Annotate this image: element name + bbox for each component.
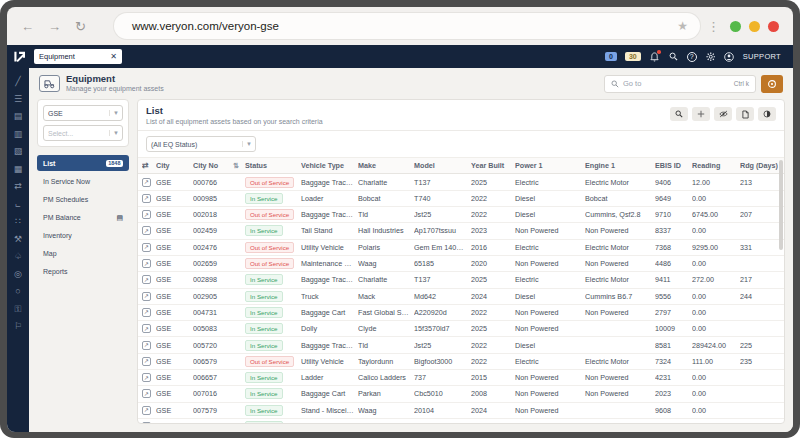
table-row[interactable]: ↗GSE006657In ServiceLadderCalico Ladders…: [138, 370, 784, 386]
table-row[interactable]: ↗GSE008011In ServiceTowbarHall Industrie…: [138, 419, 784, 423]
column-header-year_built[interactable]: Year Built: [471, 161, 515, 170]
table-row[interactable]: ↗GSE002898In ServiceBaggage TractorCharl…: [138, 272, 784, 288]
external-link-icon[interactable]: ↗: [142, 178, 151, 187]
badge-icon[interactable]: ▥: [14, 130, 23, 139]
contrast-button[interactable]: [758, 107, 776, 121]
help-icon[interactable]: ?: [687, 52, 697, 62]
column-header-engine1[interactable]: Engine 1: [585, 161, 655, 170]
globe-icon[interactable]: ◎: [14, 270, 22, 279]
external-link-icon[interactable]: ↗: [142, 292, 151, 301]
external-link-icon[interactable]: ↗: [142, 259, 151, 268]
external-link-icon[interactable]: ↗: [142, 389, 151, 398]
table-row[interactable]: ↗GSE002659Out of ServiceMaintenance Stan…: [138, 256, 784, 272]
book-icon[interactable]: ▧: [14, 147, 23, 156]
sort-icon[interactable]: ⇅: [233, 162, 241, 170]
column-header-reading[interactable]: Reading: [692, 161, 740, 170]
external-link-icon[interactable]: ↗: [142, 357, 151, 366]
table-row[interactable]: ↗GSE002905In ServiceTruckMackMd6422024Di…: [138, 289, 784, 305]
quick-target-button[interactable]: [761, 75, 783, 93]
window-control-red[interactable]: [768, 21, 779, 32]
search-icon[interactable]: [668, 51, 679, 62]
user-icon[interactable]: ○: [15, 287, 20, 296]
sidebar-item-inventory[interactable]: Inventory: [37, 227, 129, 243]
table-row[interactable]: ↗GSE000985In ServiceLoaderBobcatT7402022…: [138, 191, 784, 207]
table-row[interactable]: ↗GSE005083In ServiceDollyClyde15f3570ld7…: [138, 321, 784, 337]
forward-icon[interactable]: →: [48, 20, 61, 33]
external-link-icon[interactable]: ↗: [142, 210, 151, 219]
add-button[interactable]: [692, 107, 710, 121]
goto-search-input[interactable]: Go to Ctrl k: [604, 75, 756, 93]
column-header-city[interactable]: City: [156, 161, 193, 170]
search-button[interactable]: [670, 107, 688, 121]
window-control-yellow[interactable]: [749, 21, 760, 32]
browser-menu-icon[interactable]: ⋮: [707, 19, 720, 34]
external-link-icon[interactable]: ↗: [142, 373, 151, 382]
modules-icon[interactable]: ▦: [14, 165, 23, 174]
column-header-power1[interactable]: Power 1: [515, 161, 585, 170]
external-link-icon[interactable]: ↗: [142, 226, 151, 235]
table-row[interactable]: ↗GSE005720In ServiceBaggage TractorTldJs…: [138, 337, 784, 353]
table-row[interactable]: ↗GSE002018Out of ServiceBaggage TractorT…: [138, 207, 784, 223]
table-row[interactable]: ↗GSE004731In ServiceBaggage CartFast Glo…: [138, 305, 784, 321]
bell-icon[interactable]: [649, 51, 660, 62]
sidebar-item-map[interactable]: Map: [37, 245, 129, 261]
column-header-model[interactable]: Model: [414, 161, 471, 170]
table-scrollbar[interactable]: [779, 160, 783, 250]
network-icon[interactable]: ∷: [15, 217, 21, 226]
table-row[interactable]: ↗GSE000766Out of ServiceBaggage TractorC…: [138, 174, 784, 190]
transfer-icon[interactable]: ⇄: [14, 182, 22, 191]
sidebar-item-in-service-now[interactable]: In Service Now: [37, 173, 129, 189]
external-link-icon[interactable]: ↗: [142, 422, 151, 423]
key-icon[interactable]: ⚿: [15, 305, 22, 314]
column-header-ebis_id[interactable]: EBIS ID: [655, 161, 692, 170]
yellow-count-badge[interactable]: 30: [625, 52, 641, 61]
veryon-logo-icon[interactable]: [7, 45, 31, 68]
external-link-icon[interactable]: ↗: [142, 406, 151, 415]
shield-icon[interactable]: ♤: [14, 252, 22, 261]
secondary-select[interactable]: Select... ▼: [43, 125, 123, 141]
back-icon[interactable]: ←: [21, 20, 34, 33]
table-row[interactable]: ↗GSE007016In ServiceBaggage CartParkanCb…: [138, 386, 784, 402]
column-header-status[interactable]: Status: [245, 161, 301, 170]
column-header-rdg_days[interactable]: Rdg (Days): [740, 161, 778, 170]
column-header-vehicle_type[interactable]: Vehicle Type: [301, 161, 358, 170]
documents-icon[interactable]: ☰: [14, 95, 22, 104]
sidebar-item-list[interactable]: List1848: [37, 155, 129, 171]
team-icon[interactable]: ⨽: [15, 200, 20, 209]
external-link-icon[interactable]: ↗: [142, 275, 151, 284]
swap-columns-icon[interactable]: ⇄: [142, 161, 156, 170]
external-link-icon[interactable]: ↗: [142, 243, 151, 252]
sidebar-item-pm-schedules[interactable]: PM Schedules: [37, 191, 129, 207]
window-control-green[interactable]: [730, 21, 741, 32]
clipboard-icon[interactable]: ▤: [14, 112, 23, 121]
sidebar-item-pm-balance[interactable]: PM Balance▤: [37, 209, 129, 225]
document-button[interactable]: [736, 107, 754, 121]
support-label[interactable]: SUPPORT: [743, 52, 781, 61]
eq-status-select[interactable]: (All EQ Status) ▼: [146, 136, 256, 152]
column-header-city_no[interactable]: City No⇅: [193, 161, 245, 170]
sidebar-item-reports[interactable]: Reports: [37, 263, 129, 279]
user-icon[interactable]: [724, 51, 735, 62]
external-link-icon[interactable]: ↗: [142, 341, 151, 350]
module-select[interactable]: GSE ▼: [43, 105, 123, 121]
table-row[interactable]: ↗GSE002476Out of ServiceUtility VehicleP…: [138, 240, 784, 256]
table-row[interactable]: ↗GSE007579In ServiceStand - Miscellane..…: [138, 403, 784, 419]
cell-reading: 0.00: [692, 422, 740, 423]
column-header-make[interactable]: Make: [358, 161, 414, 170]
flag-icon[interactable]: ⚐: [14, 322, 22, 331]
table-row[interactable]: ↗GSE002459In ServiceTail StandHall Indus…: [138, 223, 784, 239]
tab-equipment[interactable]: Equipment ✕: [34, 49, 122, 64]
wrench-icon[interactable]: ⚒: [14, 235, 22, 244]
blue-count-badge[interactable]: 0: [605, 52, 617, 61]
external-link-icon[interactable]: ↗: [142, 194, 151, 203]
table-row[interactable]: ↗GSE006579Out of ServiceUtility VehicleT…: [138, 354, 784, 370]
eye-off-button[interactable]: [714, 107, 732, 121]
trend-icon[interactable]: ╱: [15, 77, 20, 86]
external-link-icon[interactable]: ↗: [142, 324, 151, 333]
address-bar[interactable]: www.veryon.com/veryon-gse ★: [114, 13, 700, 39]
tab-close-icon[interactable]: ✕: [110, 52, 117, 61]
external-link-icon[interactable]: ↗: [142, 308, 151, 317]
reload-icon[interactable]: ↻: [75, 20, 86, 33]
gear-icon[interactable]: [705, 51, 716, 62]
bookmark-star-icon[interactable]: ★: [677, 19, 688, 33]
